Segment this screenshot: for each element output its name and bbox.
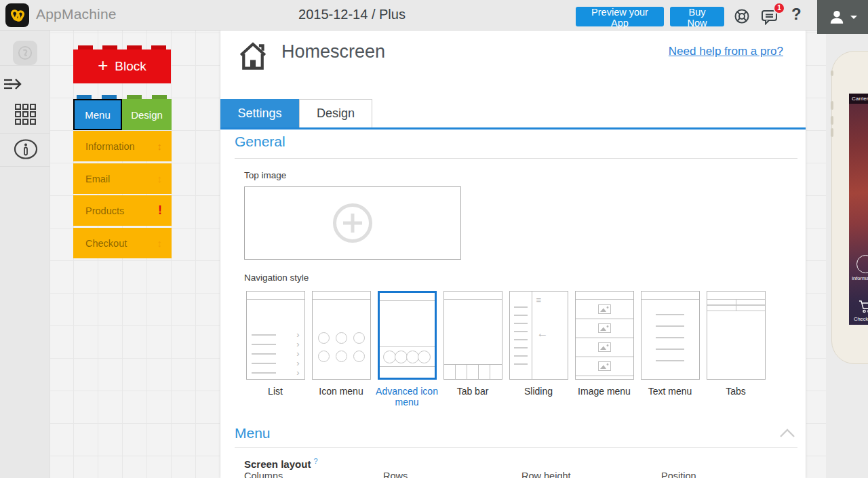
user-menu[interactable] bbox=[817, 0, 868, 34]
nav-option-advanced-icon-menu[interactable]: Advanced icon menu bbox=[374, 291, 439, 407]
phone-volume-button bbox=[831, 116, 833, 125]
nav-option-label: List bbox=[268, 386, 283, 397]
nav-option-label: Icon menu bbox=[319, 386, 363, 397]
caret-down-icon bbox=[850, 16, 857, 19]
nav-option-label: Tabs bbox=[726, 386, 746, 397]
nav-option-label: Text menu bbox=[648, 386, 692, 397]
reorder-icon: ↕ bbox=[157, 173, 163, 184]
tab-design-blocks[interactable]: Design bbox=[122, 99, 172, 130]
section-divider bbox=[235, 158, 797, 159]
block-item-label: Products bbox=[85, 205, 124, 216]
phone-preview: Carrier Information Checkout bbox=[831, 51, 868, 364]
nav-option-label: Image menu bbox=[578, 386, 631, 397]
plus-icon: + bbox=[98, 55, 108, 76]
main-panel: Homescreen Need help from a pro? Setting… bbox=[220, 31, 806, 478]
phone-icon-label: Information bbox=[852, 275, 868, 281]
tab-menu[interactable]: Menu bbox=[73, 99, 122, 130]
navigation-style-label: Navigation style bbox=[244, 273, 309, 283]
block-item-label: Checkout bbox=[85, 238, 127, 249]
sidebar-divider bbox=[0, 65, 50, 66]
add-image-icon bbox=[333, 203, 372, 243]
nav-option-label: Sliding bbox=[524, 386, 553, 397]
help-button[interactable]: ? bbox=[791, 5, 802, 24]
nav-option-sliding[interactable]: ≡ ← Sliding bbox=[506, 291, 571, 407]
nav-option-image-menu[interactable]: Image menu bbox=[572, 291, 637, 407]
tab-settings[interactable]: Settings bbox=[220, 99, 299, 127]
blocks-tabs: Menu Design bbox=[73, 95, 172, 130]
block-item-label: Information bbox=[85, 141, 135, 152]
buy-now-button[interactable]: Buy Now bbox=[670, 7, 724, 26]
nav-option-tabs[interactable]: Tabs bbox=[703, 291, 768, 407]
nav-option-thumbnail bbox=[443, 291, 502, 380]
phone-screen: Carrier Information Checkout bbox=[849, 94, 868, 325]
section-divider bbox=[235, 447, 797, 448]
sidebar-item-blocks-grid[interactable] bbox=[14, 103, 36, 125]
sidebar-divider bbox=[0, 166, 50, 167]
sidebar-divider bbox=[0, 133, 50, 134]
support-lifebuoy-icon[interactable] bbox=[734, 8, 750, 24]
nav-option-thumbnail bbox=[707, 291, 766, 380]
icon-sidebar bbox=[0, 31, 50, 478]
home-icon bbox=[239, 41, 267, 71]
nav-option-list[interactable]: › › › › › List bbox=[243, 291, 308, 407]
nav-option-thumbnail: ≡ ← bbox=[509, 291, 568, 380]
reorder-icon: ↕ bbox=[157, 237, 163, 249]
section-heading-general: General bbox=[235, 134, 285, 150]
nav-option-icon-menu[interactable]: Icon menu bbox=[309, 291, 374, 407]
field-label-position: Position bbox=[661, 471, 696, 478]
preview-app-button[interactable]: Preview your App bbox=[576, 7, 664, 26]
app-title: 2015-12-14 / Plus bbox=[298, 7, 406, 22]
reorder-icon: ↕ bbox=[157, 140, 163, 152]
field-label-row-height: Row height bbox=[521, 471, 571, 478]
sidebar-item-info[interactable] bbox=[12, 138, 39, 161]
nav-option-text-menu[interactable]: Text menu bbox=[637, 291, 703, 407]
checkout-cart-icon bbox=[858, 298, 868, 315]
top-image-uploader[interactable] bbox=[244, 186, 461, 260]
user-icon bbox=[828, 8, 846, 26]
block-item-products[interactable]: Products ! bbox=[73, 195, 172, 226]
top-bar: AppMachine 2015-12-14 / Plus Preview you… bbox=[0, 0, 868, 31]
hamburger-icon: ≡ bbox=[536, 295, 542, 305]
screen-layout-label: Screen layout ? bbox=[244, 457, 318, 470]
phone-icon-label: Checkout bbox=[854, 316, 868, 322]
tab-underline bbox=[220, 127, 806, 130]
block-item-label: Email bbox=[85, 174, 110, 184]
hint-question-icon[interactable]: ? bbox=[314, 457, 318, 465]
nav-option-label: Advanced icon menu bbox=[374, 386, 439, 407]
sidebar-item-menu[interactable] bbox=[3, 76, 24, 94]
top-image-label: Top image bbox=[244, 170, 286, 180]
appmachine-disabled-logo-icon bbox=[13, 41, 37, 65]
nav-option-thumbnail: › › › › › bbox=[246, 291, 305, 380]
block-item-information[interactable]: Information ↕ bbox=[73, 131, 172, 161]
nav-option-thumbnail bbox=[575, 291, 634, 380]
navigation-style-options: › › › › › List Icon menu bbox=[243, 291, 768, 407]
add-block-button[interactable]: + Block bbox=[73, 45, 171, 83]
section-heading-menu: Menu bbox=[235, 425, 271, 441]
arrow-left-icon: ← bbox=[537, 327, 549, 340]
nav-option-tab-bar[interactable]: Tab bar bbox=[440, 291, 505, 407]
block-item-checkout[interactable]: Checkout ↕ bbox=[73, 228, 172, 258]
carrier-label: Carrier bbox=[849, 94, 868, 104]
phone-volume-button bbox=[831, 128, 833, 137]
add-block-label: Block bbox=[115, 59, 146, 74]
field-label-rows: Rows bbox=[383, 471, 408, 478]
nav-option-label: Tab bar bbox=[457, 386, 489, 397]
brand-label: AppMachine bbox=[36, 6, 117, 22]
phone-mute-switch bbox=[831, 71, 833, 76]
appmachine-logo-icon bbox=[5, 3, 29, 27]
alert-icon: ! bbox=[158, 203, 162, 218]
nav-option-thumbnail-selected bbox=[378, 291, 437, 380]
nav-option-thumbnail bbox=[641, 291, 700, 380]
notification-badge: 1 bbox=[773, 2, 785, 14]
block-item-email[interactable]: Email ↕ bbox=[73, 163, 172, 194]
help-pro-link[interactable]: Need help from a pro? bbox=[669, 45, 783, 58]
nav-option-thumbnail bbox=[312, 291, 371, 380]
tab-design[interactable]: Design bbox=[299, 99, 372, 127]
information-app-icon bbox=[856, 255, 868, 273]
page-title: Homescreen bbox=[281, 41, 385, 62]
phone-volume-button bbox=[831, 101, 833, 110]
field-label-columns: Columns bbox=[244, 471, 283, 478]
collapse-section-icon[interactable] bbox=[780, 429, 795, 437]
